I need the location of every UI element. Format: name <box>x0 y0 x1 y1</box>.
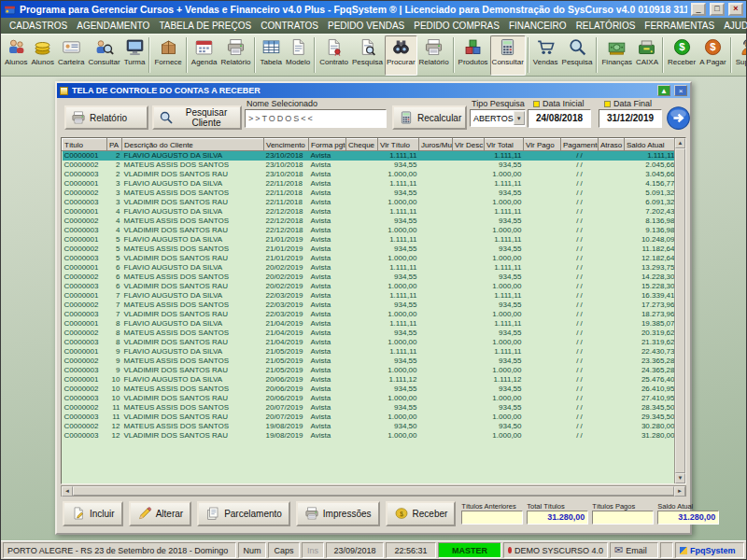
vertical-scrollbar[interactable]: ▲ ▼ <box>674 138 685 483</box>
column-header[interactable]: Vencimento <box>264 139 309 151</box>
incluir-button[interactable]: Incluir <box>63 501 123 526</box>
search-type-select[interactable]: ABERTOS ▼ <box>470 109 526 127</box>
table-row[interactable]: C00000033VLADIMIR DOS SANTOS RAU22/11/20… <box>63 198 675 207</box>
table-row[interactable]: C00000036VLADIMIR DOS SANTOS RAU20/02/20… <box>63 282 675 291</box>
menu-item-ajuda[interactable]: AJUDA <box>719 21 747 31</box>
column-header[interactable]: PA <box>107 139 122 151</box>
column-header[interactable]: Saldo Atual <box>625 139 675 151</box>
menu-item-tabela-de-pre-os[interactable]: TABELA DE PREÇOS <box>154 21 256 31</box>
alterar-button[interactable]: Alterar <box>129 501 191 526</box>
start-date-input[interactable]: 24/08/2018 <box>528 109 591 128</box>
column-header[interactable]: Juros/Multa <box>419 139 453 151</box>
menu-item-ferramentas[interactable]: FERRAMENTAS <box>640 21 719 31</box>
table-row[interactable]: C00000034VLADIMIR DOS SANTOS RAU22/12/20… <box>63 226 675 235</box>
table-row[interactable]: C00000038VLADIMIR DOS SANTOS RAU21/04/20… <box>63 338 675 347</box>
table-row[interactable]: C00000019FLAVIO AUGUSTO DA SILVA21/05/20… <box>63 347 675 357</box>
toolbar-button-pesquisa[interactable]: Pesquisa <box>560 35 595 76</box>
selected-name-input[interactable]: >>TODOS<< <box>245 109 387 128</box>
table-row[interactable]: C00000024MATEUS ASSIS DOS SANTOS22/12/20… <box>63 217 675 226</box>
table-row[interactable]: C00000018FLAVIO AUGUSTO DA SILVA21/04/20… <box>63 319 675 329</box>
menu-item-pedido-vendas[interactable]: PEDIDO VENDAS <box>323 21 409 31</box>
table-row[interactable]: C00000037VLADIMIR DOS SANTOS RAU22/03/20… <box>63 310 675 319</box>
toolbar-button-vendas[interactable]: Vendas <box>531 35 560 76</box>
child-window-titlebar[interactable]: TELA DE CONTROLE DO CONTAS A RECEBER ▲ × <box>57 83 690 98</box>
table-row[interactable]: C000000212MATEUS ASSIS DOS SANTOS19/08/2… <box>63 422 675 431</box>
table-row[interactable]: C00000028MATEUS ASSIS DOS SANTOS21/04/20… <box>63 329 675 338</box>
table-row[interactable]: C00000017FLAVIO AUGUSTO DA SILVA22/03/20… <box>63 291 675 301</box>
minimize-button[interactable]: _ <box>691 3 706 16</box>
toolbar-button-contrato[interactable]: Contrato <box>317 35 350 76</box>
table-row[interactable]: C00000022MATEUS ASSIS DOS SANTOS23/10/20… <box>63 161 675 170</box>
report-button[interactable]: Relatório <box>64 105 148 130</box>
toolbar-button-produtos[interactable]: Produtos <box>457 35 490 76</box>
receber-button[interactable]: $ Receber <box>386 501 457 526</box>
menu-item-pedido-compras[interactable]: PEDIDO COMPRAS <box>409 21 504 31</box>
table-row[interactable]: C000000310VLADIMIR DOS SANTOS RAU20/06/2… <box>63 394 675 403</box>
toolbar-button-agenda[interactable]: Agenda <box>190 35 219 76</box>
table-row[interactable]: C000000211MATEUS ASSIS DOS SANTOS20/07/2… <box>63 403 675 413</box>
column-header[interactable]: Vlr Total <box>485 139 524 151</box>
table-row[interactable]: C00000029MATEUS ASSIS DOS SANTOS21/05/20… <box>63 357 675 366</box>
table-row[interactable]: C00000013FLAVIO AUGUSTO DA SILVA22/11/20… <box>63 179 675 189</box>
parcelamento-button[interactable]: Parcelamento <box>197 501 290 526</box>
table-row[interactable]: C00000025MATEUS ASSIS DOS SANTOS21/01/20… <box>63 245 675 254</box>
table-row[interactable]: C00000023MATEUS ASSIS DOS SANTOS22/11/20… <box>63 189 675 198</box>
menu-item-cadastros[interactable]: CADASTROS <box>5 21 72 31</box>
toolbar-button-pesquisa[interactable]: Pesquisa <box>350 35 385 76</box>
end-date-input[interactable]: 31/12/2019 <box>599 109 662 128</box>
table-row[interactable]: C00000012FLAVIO AUGUSTO DA SILVA23/10/20… <box>63 151 675 161</box>
close-button[interactable]: × <box>728 3 743 16</box>
toolbar-button-alunos[interactable]: Alunos <box>29 35 55 76</box>
menu-item-agendamento[interactable]: AGENDAMENTO <box>72 21 154 31</box>
impressoes-button[interactable]: Impressões <box>296 501 380 526</box>
menu-item-contratos[interactable]: CONTRATOS <box>256 21 323 31</box>
scroll-up-icon[interactable]: ▲ <box>675 138 685 148</box>
table-row[interactable]: C00000027MATEUS ASSIS DOS SANTOS22/03/20… <box>63 301 675 310</box>
toolbar-button-relat-rio[interactable]: Relatório <box>417 35 451 76</box>
column-header[interactable]: Pagamento <box>561 139 599 151</box>
close-icon-button[interactable]: × <box>674 85 687 96</box>
column-header[interactable]: Forma pgto <box>309 139 346 151</box>
toolbar-button-relat-rio[interactable]: Relatório <box>218 35 252 76</box>
table-row[interactable]: C00000026MATEUS ASSIS DOS SANTOS20/02/20… <box>63 273 675 282</box>
column-header[interactable]: Atraso <box>599 139 625 151</box>
toolbar-button-fornece[interactable]: Fornece <box>152 35 183 76</box>
horizontal-scrollbar[interactable]: ◄ ► <box>61 485 686 497</box>
toolbar-button-finan-as[interactable]: Finanças <box>599 35 633 76</box>
toolbar-button-tabela[interactable]: Tabela <box>258 35 284 76</box>
table-row[interactable]: C00000016FLAVIO AUGUSTO DA SILVA20/02/20… <box>63 263 675 273</box>
table-row[interactable]: C000000210MATEUS ASSIS DOS SANTOS20/06/2… <box>63 385 675 394</box>
column-header[interactable]: Título <box>63 139 107 151</box>
table-row[interactable]: C00000039VLADIMIR DOS SANTOS RAU21/05/20… <box>63 366 675 375</box>
toolbar-button-suporte[interactable]: Suporte <box>734 35 746 76</box>
toolbar-button-a-pagar[interactable]: $A Pagar <box>698 35 727 76</box>
search-client-button[interactable]: Pesquisar Cliente <box>152 105 242 130</box>
toolbar-button-caixa[interactable]: CAIXA <box>634 35 660 76</box>
table-row[interactable]: C000000110FLAVIO AUGUSTO DA SILVA20/06/2… <box>63 375 675 385</box>
toolbar-button-receber[interactable]: $Receber <box>666 35 698 76</box>
scrollbar-thumb[interactable] <box>675 148 685 473</box>
column-header[interactable]: Descrição do Cliente <box>122 139 264 151</box>
toolbar-button-procurar[interactable]: Procurar <box>385 35 417 76</box>
scrollbar-thumb[interactable] <box>73 486 674 496</box>
scroll-right-icon[interactable]: ► <box>674 486 685 497</box>
toolbar-button-modelo[interactable]: Modelo <box>284 35 312 76</box>
toolbar-button-alunos[interactable]: Alunos <box>3 35 29 76</box>
scroll-down-icon[interactable]: ▼ <box>675 473 685 483</box>
recalculate-button[interactable]: Recalcular <box>392 105 467 130</box>
table-row[interactable]: C000000311VLADIMIR DOS SANTOS RAU20/07/2… <box>63 413 675 422</box>
table-row[interactable]: C000000312VLADIMIR DOS SANTOS RAU19/08/2… <box>63 431 675 441</box>
status-email[interactable]: ✉ Email <box>610 542 658 558</box>
toolbar-button-consultar[interactable]: Consultar <box>490 35 526 76</box>
toolbar-button-carteira[interactable]: Carteira <box>56 35 86 76</box>
restore-icon-button[interactable]: ▲ <box>657 85 670 96</box>
execute-search-button[interactable] <box>666 105 692 131</box>
column-header[interactable]: Vlr Pago <box>524 139 561 151</box>
chevron-down-icon[interactable]: ▼ <box>514 111 525 125</box>
table-row[interactable]: C00000015FLAVIO AUGUSTO DA SILVA21/01/20… <box>63 235 675 245</box>
scroll-left-icon[interactable]: ◄ <box>62 486 73 497</box>
column-header[interactable]: Vlr Desc. <box>453 139 485 151</box>
toolbar-button-consultar[interactable]: Consultar <box>86 35 121 76</box>
toolbar-button-turma[interactable]: Turma <box>122 35 148 76</box>
menu-item-relat-rios[interactable]: RELATÓRIOS <box>571 21 641 31</box>
